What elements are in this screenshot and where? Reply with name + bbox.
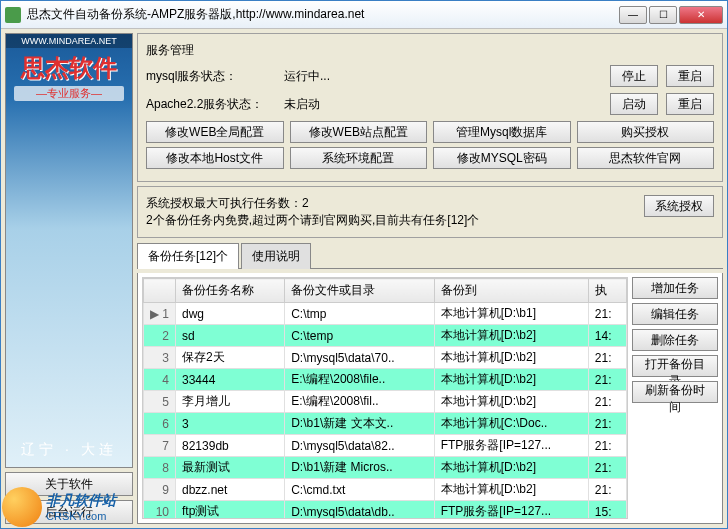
service-btn-row2-1[interactable]: 系统环境配置 bbox=[290, 147, 428, 169]
auth-line2: 2个备份任务内免费,超过两个请到官网购买,目前共有任务[12]个 bbox=[146, 212, 636, 229]
titlebar: 思杰文件自动备份系统-AMPZ服务器版,http://www.mindarea.… bbox=[1, 1, 727, 29]
col-header[interactable]: 执 bbox=[588, 279, 626, 303]
apache-status-label: Apache2.2服务状态： bbox=[146, 96, 276, 113]
service-btn-row1-0[interactable]: 修改WEB全局配置 bbox=[146, 121, 284, 143]
table-row[interactable]: 3保存2天D:\mysql5\data\70..本地计算机[D:\b2]21: bbox=[144, 347, 627, 369]
window-title: 思杰文件自动备份系统-AMPZ服务器版,http://www.mindarea.… bbox=[27, 6, 619, 23]
apache-start-button[interactable]: 启动 bbox=[610, 93, 658, 115]
table-row[interactable]: 2sdC:\temp本地计算机[D:\b2]14: bbox=[144, 325, 627, 347]
brand-banner: WWW.MINDAREA.NET 思杰软件 —专业服务— 辽宁 · 大连 bbox=[5, 33, 133, 468]
table-row[interactable]: 5李月增儿E:\编程\2008\fil..本地计算机[D:\b2]21: bbox=[144, 391, 627, 413]
col-header[interactable]: 备份到 bbox=[434, 279, 588, 303]
task-table[interactable]: 备份任务名称备份文件或目录备份到执 ▶ 1dwgC:\tmp本地计算机[D:\b… bbox=[142, 277, 628, 519]
delete-task-button[interactable]: 删除任务 bbox=[632, 329, 718, 351]
tab-help[interactable]: 使用说明 bbox=[241, 243, 311, 269]
apache-status-value: 未启动 bbox=[284, 96, 602, 113]
open-backup-dir-button[interactable]: 打开备份目录 bbox=[632, 355, 718, 377]
refresh-backup-time-button[interactable]: 刷新备份时间 bbox=[632, 381, 718, 403]
add-task-button[interactable]: 增加任务 bbox=[632, 277, 718, 299]
tab-tasks[interactable]: 备份任务[12]个 bbox=[137, 243, 239, 269]
col-header[interactable]: 备份任务名称 bbox=[176, 279, 285, 303]
service-btn-row2-2[interactable]: 修改MYSQL密码 bbox=[433, 147, 571, 169]
table-row[interactable]: 782139dbD:\mysql5\data\82..FTP服务器[IP=127… bbox=[144, 435, 627, 457]
table-row[interactable]: 10ftp测试D:\mysql5\data\db..FTP服务器[IP=127.… bbox=[144, 501, 627, 520]
service-btn-row2-3[interactable]: 思杰软件官网 bbox=[577, 147, 715, 169]
edit-task-button[interactable]: 编辑任务 bbox=[632, 303, 718, 325]
table-row[interactable]: 433444E:\编程\2008\file..本地计算机[D:\b2]21: bbox=[144, 369, 627, 391]
service-btn-row2-0[interactable]: 修改本地Host文件 bbox=[146, 147, 284, 169]
auth-group: 系统授权最大可执行任务数：2 2个备份任务内免费,超过两个请到官网购买,目前共有… bbox=[137, 186, 723, 238]
col-header[interactable] bbox=[144, 279, 176, 303]
system-auth-button[interactable]: 系统授权 bbox=[644, 195, 714, 217]
table-row[interactable]: ▶ 1dwgC:\tmp本地计算机[D:\b1]21: bbox=[144, 303, 627, 325]
service-btn-row1-2[interactable]: 管理Mysql数据库 bbox=[433, 121, 571, 143]
close-button[interactable]: ✕ bbox=[679, 6, 723, 24]
auth-line1: 系统授权最大可执行任务数：2 bbox=[146, 195, 636, 212]
col-header[interactable]: 备份文件或目录 bbox=[285, 279, 435, 303]
mysql-restart-button[interactable]: 重启 bbox=[666, 65, 714, 87]
background-run-button[interactable]: 后台运行 bbox=[5, 500, 133, 524]
mysql-status-label: mysql服务状态： bbox=[146, 68, 276, 85]
table-row[interactable]: 63D:\b1\新建 文本文..本地计算机[C:\Doc..21: bbox=[144, 413, 627, 435]
about-button[interactable]: 关于软件 bbox=[5, 472, 133, 496]
mysql-status-value: 运行中... bbox=[284, 68, 602, 85]
service-btn-row1-1[interactable]: 修改WEB站点配置 bbox=[290, 121, 428, 143]
app-icon bbox=[5, 7, 21, 23]
service-title: 服务管理 bbox=[146, 42, 714, 59]
mysql-stop-button[interactable]: 停止 bbox=[610, 65, 658, 87]
service-btn-row1-3[interactable]: 购买授权 bbox=[577, 121, 715, 143]
service-group: 服务管理 mysql服务状态： 运行中... 停止 重启 Apache2.2服务… bbox=[137, 33, 723, 182]
apache-restart-button[interactable]: 重启 bbox=[666, 93, 714, 115]
table-row[interactable]: 8最新测试D:\b1\新建 Micros..本地计算机[D:\b2]21: bbox=[144, 457, 627, 479]
minimize-button[interactable]: — bbox=[619, 6, 647, 24]
maximize-button[interactable]: ☐ bbox=[649, 6, 677, 24]
table-row[interactable]: 9dbzz.netC:\cmd.txt本地计算机[D:\b2]21: bbox=[144, 479, 627, 501]
